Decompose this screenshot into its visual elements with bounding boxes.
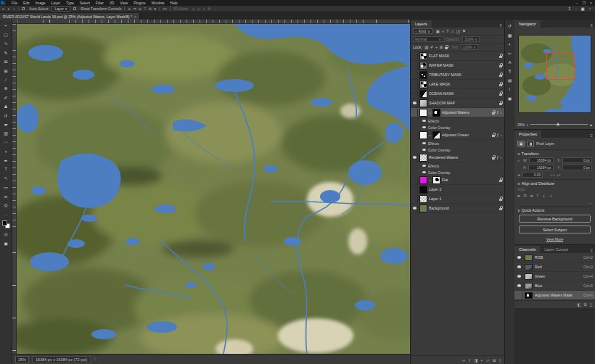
screen-mode-icon[interactable]: ▣ <box>1 239 11 247</box>
layer-row[interactable]: Layer 1 <box>411 194 504 204</box>
transform-section-header[interactable]: ∨Transform <box>517 149 592 156</box>
align-right-icon[interactable]: ⊐ <box>530 194 533 198</box>
filter-smart-icon[interactable]: ◳ <box>456 29 460 33</box>
layer-thumbnail[interactable] <box>419 204 427 212</box>
layer-thumbnail[interactable] <box>419 195 427 203</box>
align-right-icon[interactable]: ⊐ <box>139 7 141 11</box>
layer-effect-row[interactable]: Effects <box>411 117 504 124</box>
clone-source-icon[interactable]: ✂ <box>505 49 514 57</box>
zoom-out-icon[interactable]: ▴ <box>527 123 528 126</box>
menu-type[interactable]: Type <box>63 0 77 6</box>
healing-brush-tool[interactable]: ⊕ <box>1 84 11 93</box>
lasso-tool[interactable]: ∿ <box>1 39 11 48</box>
move-tool-icon[interactable]: + <box>7 6 9 12</box>
channel-row[interactable]: GreenCtrl+4 <box>514 272 595 281</box>
layer-thumbnail[interactable] <box>419 62 427 70</box>
filter-pixel-icon[interactable]: ▣ <box>436 29 440 33</box>
align-section-header[interactable]: ∨Align and Distribute <box>517 179 592 186</box>
quick-selection-tool[interactable]: ✎ <box>1 48 11 57</box>
filter-shape-icon[interactable]: ▱ <box>451 29 454 33</box>
zoom-in-icon[interactable]: ▴ <box>590 122 592 127</box>
marquee-tool[interactable]: ▢ <box>1 30 11 38</box>
align-top-icon[interactable]: ⊤ <box>144 7 147 11</box>
align-center-h-icon[interactable]: ⊓ <box>524 194 527 198</box>
libraries-icon[interactable]: ▤ <box>505 76 514 84</box>
select-subject-button[interactable]: Select Subject <box>519 226 591 233</box>
3d-roll-icon[interactable]: ◵ <box>197 7 200 11</box>
eye-icon[interactable] <box>422 149 426 152</box>
menu-image[interactable]: Image <box>33 0 49 6</box>
tab-layers[interactable]: Layers <box>411 20 432 28</box>
visibility-toggle[interactable] <box>517 263 522 271</box>
eye-icon[interactable] <box>422 165 426 167</box>
eyedropper-tool[interactable]: ∕ <box>1 75 11 83</box>
layer-row[interactable]: OCEAN MASK <box>411 89 504 99</box>
path-selection-tool[interactable]: ↖ <box>1 174 11 183</box>
height-field[interactable]: 16384 px <box>528 165 554 170</box>
distribute-v-icon[interactable]: ≡ <box>155 7 157 11</box>
layer-row[interactable]: WATER MASK <box>411 61 504 70</box>
pen-tool[interactable]: ✒ <box>1 156 11 165</box>
document-tab[interactable]: RIVER ADJUST Shield Lands 18.psd @ 25% (… <box>0 13 140 20</box>
layer-mask-thumbnail[interactable] <box>432 109 440 117</box>
navigator-preview[interactable] <box>518 35 591 113</box>
eraser-tool[interactable]: ▰ <box>1 120 11 128</box>
home-icon[interactable]: ⌂ <box>2 6 4 12</box>
width-field[interactable]: 16384 px <box>529 157 554 163</box>
filter-type-icon[interactable]: T <box>446 29 448 33</box>
more-options-button[interactable]: ••• <box>163 7 166 11</box>
y-field[interactable]: 0 px <box>562 165 593 170</box>
layer-thumbnail[interactable] <box>419 90 427 98</box>
clone-stamp-tool[interactable]: ♟ <box>1 102 11 111</box>
menu-edit[interactable]: Edit <box>20 0 33 6</box>
layer-row[interactable]: LAKE MASK <box>411 80 504 89</box>
layer-row[interactable]: Layer 2 <box>411 185 504 194</box>
canvas-area[interactable] <box>12 20 410 354</box>
layer-mask-thumbnail[interactable] <box>432 131 440 139</box>
gradient-tool[interactable]: ▥ <box>1 129 11 138</box>
visibility-toggle[interactable] <box>412 204 418 212</box>
visibility-toggle[interactable] <box>412 154 418 162</box>
workspace-icon[interactable]: ▣ <box>580 6 584 12</box>
layer-thumbnail[interactable] <box>419 52 427 60</box>
layer-row[interactable]: Rendered Watersƒ∧ <box>411 153 504 162</box>
layer-effect-row[interactable]: Color Overlay <box>411 146 504 153</box>
visibility-toggle[interactable] <box>412 109 418 117</box>
info-icon[interactable]: i <box>505 86 514 94</box>
close-button[interactable]: × <box>590 1 592 5</box>
align-more-button[interactable]: … <box>517 200 592 204</box>
menu-select[interactable]: Select <box>77 0 93 6</box>
3d-scale-icon[interactable]: ⇔ <box>213 7 217 11</box>
adjustment-layer-icon[interactable]: ◐ <box>480 358 483 363</box>
align-top-icon[interactable]: ⊤ <box>536 194 540 198</box>
view-more-link[interactable]: View More <box>517 236 592 241</box>
brush-tool[interactable]: ✐ <box>1 93 11 102</box>
search-icon[interactable]: ◌ <box>575 6 577 12</box>
lock-pixels-icon[interactable]: ✐ <box>430 45 434 49</box>
channel-row[interactable]: RedCtrl+3 <box>514 262 595 272</box>
document-canvas[interactable] <box>17 24 410 354</box>
zoom-level-field[interactable]: 25% <box>15 356 29 363</box>
align-center-h-icon[interactable]: ⊓ <box>134 7 136 11</box>
ruler-origin[interactable] <box>12 20 17 24</box>
capture-icon[interactable]: ◔ <box>588 6 591 12</box>
layer-thumbnail[interactable] <box>419 99 427 107</box>
eye-icon[interactable] <box>422 126 426 129</box>
blur-tool[interactable]: ◠ <box>1 138 11 146</box>
lock-position-icon[interactable]: + <box>435 45 438 49</box>
restore-button[interactable]: ❐ <box>583 1 586 5</box>
visibility-toggle[interactable] <box>412 80 418 88</box>
foreground-color-swatch[interactable] <box>2 220 7 226</box>
align-middle-icon[interactable]: ⊥ <box>542 194 546 198</box>
layer-mask-icon[interactable]: ◨ <box>474 357 478 363</box>
menu-plugins[interactable]: Plugins <box>131 0 148 6</box>
swatches-icon[interactable]: ▦ <box>505 31 514 39</box>
align-left-icon[interactable]: ⊏ <box>128 7 131 11</box>
tab-channels[interactable]: Channels <box>514 246 540 253</box>
layer-effect-row[interactable]: Color Overlay <box>411 124 504 131</box>
layer-row[interactable]: Background <box>411 204 504 213</box>
minimize-button[interactable]: – <box>576 1 578 5</box>
eye-icon[interactable] <box>422 120 426 123</box>
visibility-toggle[interactable] <box>412 195 418 203</box>
type-tool[interactable]: T <box>1 165 11 173</box>
